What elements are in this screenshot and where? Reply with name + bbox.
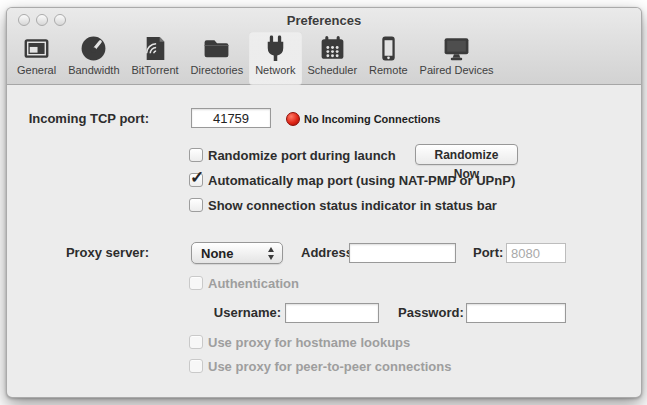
preferences-window: Preferences General Bandwidth bbox=[6, 7, 642, 398]
tab-label: BitTorrent bbox=[132, 64, 179, 76]
tcp-port-row: Incoming TCP port: No Incoming Connectio… bbox=[7, 108, 641, 130]
directories-icon bbox=[202, 34, 231, 63]
proxy-port-label: Port: bbox=[473, 242, 503, 263]
tab-network[interactable]: Network bbox=[249, 32, 301, 85]
authentication-label: Authentication bbox=[208, 275, 299, 292]
connection-status-icon bbox=[286, 112, 300, 126]
password-input[interactable] bbox=[466, 303, 566, 323]
proxy-hostname-row: Use proxy for hostname lookups bbox=[7, 334, 641, 352]
tab-directories[interactable]: Directories bbox=[185, 32, 250, 85]
proxy-server-label: Proxy server: bbox=[7, 242, 149, 263]
tcp-port-label: Incoming TCP port: bbox=[7, 108, 149, 129]
tab-label: Bandwidth bbox=[68, 64, 119, 76]
tab-paired-devices[interactable]: Paired Devices bbox=[414, 32, 500, 85]
proxy-port-input[interactable] bbox=[506, 243, 566, 263]
window-title: Preferences bbox=[7, 8, 641, 32]
randomize-port-row: Randomize port during launch bbox=[7, 147, 641, 165]
proxy-p2p-label: Use proxy for peer-to-peer connections bbox=[208, 358, 451, 375]
tcp-port-input[interactable] bbox=[191, 108, 271, 128]
window-chrome: Preferences General Bandwidth bbox=[7, 8, 641, 85]
tab-label: Network bbox=[255, 64, 295, 76]
show-status-label: Show connection status indicator in stat… bbox=[208, 197, 497, 214]
proxy-type-selected: None bbox=[201, 243, 234, 264]
proxy-p2p-row: Use proxy for peer-to-peer connections bbox=[7, 358, 641, 376]
credentials-row: Username: Password: bbox=[7, 302, 641, 324]
auto-map-port-checkbox[interactable] bbox=[189, 173, 203, 187]
randomize-port-checkbox[interactable] bbox=[189, 148, 203, 162]
network-icon bbox=[261, 34, 290, 63]
show-status-checkbox[interactable] bbox=[189, 198, 203, 212]
bandwidth-icon bbox=[79, 34, 108, 63]
stepper-arrows-icon bbox=[268, 247, 275, 260]
randomize-port-label: Randomize port during launch bbox=[208, 147, 396, 164]
proxy-hostname-checkbox[interactable] bbox=[189, 335, 203, 349]
remote-icon bbox=[374, 34, 403, 63]
password-label: Password: bbox=[398, 302, 464, 323]
tab-label: Remote bbox=[369, 64, 408, 76]
auto-map-port-label: Automatically map port (using NAT-PMP or… bbox=[208, 172, 515, 189]
tab-label: Directories bbox=[191, 64, 244, 76]
tab-label: Paired Devices bbox=[420, 64, 494, 76]
title-bar[interactable]: Preferences bbox=[7, 8, 641, 32]
tab-bandwidth[interactable]: Bandwidth bbox=[62, 32, 125, 85]
tab-label: General bbox=[17, 64, 56, 76]
proxy-hostname-label: Use proxy for hostname lookups bbox=[208, 334, 410, 351]
connection-status-text: No Incoming Connections bbox=[304, 108, 440, 130]
bittorrent-icon bbox=[141, 34, 170, 63]
authentication-row: Authentication bbox=[7, 275, 641, 293]
proxy-address-input[interactable] bbox=[349, 243, 456, 263]
tab-scheduler[interactable]: Scheduler bbox=[302, 32, 364, 85]
proxy-p2p-checkbox[interactable] bbox=[189, 359, 203, 373]
show-status-row: Show connection status indicator in stat… bbox=[7, 197, 641, 215]
proxy-type-dropdown[interactable]: None bbox=[191, 242, 283, 264]
username-input[interactable] bbox=[285, 303, 379, 323]
auto-map-port-row: Automatically map port (using NAT-PMP or… bbox=[7, 172, 641, 190]
paired-devices-icon bbox=[442, 34, 471, 63]
tab-label: Scheduler bbox=[308, 64, 358, 76]
general-icon bbox=[22, 34, 51, 63]
tab-general[interactable]: General bbox=[11, 32, 62, 85]
proxy-server-row: Proxy server: None Address: Port: bbox=[7, 242, 641, 266]
scheduler-icon bbox=[318, 34, 347, 63]
randomize-now-button[interactable]: Randomize Now bbox=[415, 144, 518, 165]
username-label: Username: bbox=[207, 302, 281, 323]
authentication-checkbox[interactable] bbox=[189, 276, 203, 290]
tab-remote[interactable]: Remote bbox=[363, 32, 414, 85]
tab-bittorrent[interactable]: BitTorrent bbox=[126, 32, 185, 85]
preferences-toolbar: General Bandwidth BitTorrent bbox=[11, 32, 641, 84]
